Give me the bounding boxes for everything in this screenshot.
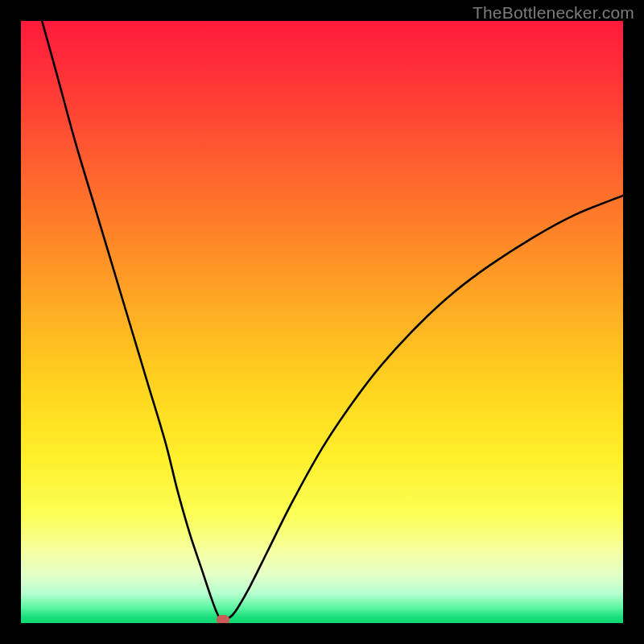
bottleneck-curve [21,21,623,623]
chart-frame: TheBottlenecker.com [0,0,644,644]
optimal-point-marker [217,615,229,624]
plot-area [21,21,623,623]
watermark-text: TheBottlenecker.com [473,3,634,23]
